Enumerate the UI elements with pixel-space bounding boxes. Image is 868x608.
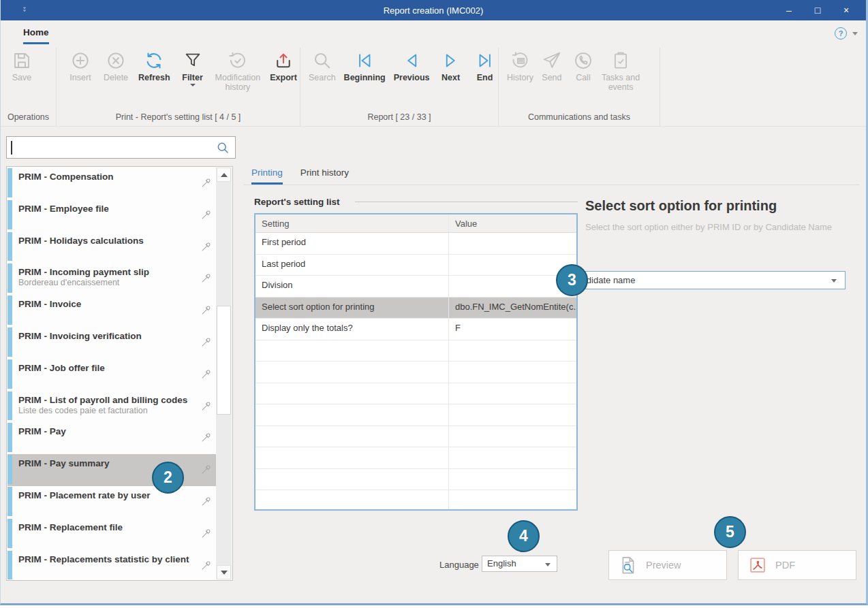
sort-panel-subtitle: Select the sort option either by PRIM ID… — [585, 222, 832, 232]
report-list-item[interactable]: PRIM - Replacements statistic by client — [7, 550, 216, 579]
setting-row[interactable] — [255, 469, 576, 491]
setting-row[interactable] — [255, 404, 576, 426]
setting-row[interactable] — [255, 426, 576, 448]
ribbon-group-label: Operations — [1, 112, 56, 122]
ribbon-button-label: End — [477, 73, 493, 82]
tab-home[interactable]: Home — [23, 27, 49, 44]
call-button[interactable]: Call — [570, 50, 596, 82]
value-cell — [448, 469, 576, 490]
main-tabs: PrintingPrint history — [251, 167, 349, 185]
ribbon-button-label: Delete — [104, 73, 128, 82]
report-item-title: PRIM - Employee file — [18, 204, 198, 214]
pin-icon — [200, 560, 212, 571]
preview-button[interactable]: Preview — [608, 550, 727, 580]
value-cell — [448, 383, 576, 404]
setting-row[interactable] — [255, 490, 576, 511]
ribbon-button-label: Export — [270, 73, 297, 82]
ribbon-button-label: Send — [542, 73, 561, 82]
column-header-value[interactable]: Value — [448, 214, 576, 232]
list-scrollbar[interactable] — [216, 167, 232, 579]
value-cell — [448, 426, 576, 447]
language-label: Language — [439, 560, 479, 570]
close-button[interactable]: × — [832, 0, 861, 20]
end-icon — [475, 50, 495, 71]
pdf-button[interactable]: PDF — [738, 550, 856, 580]
report-list-item[interactable]: PRIM - Incoming payment slipBordereau d'… — [7, 263, 216, 295]
scroll-up-icon[interactable] — [217, 167, 231, 182]
report-list-item[interactable]: PRIM - Holidays calculations — [7, 231, 216, 263]
sort-panel-title: Select sort option for printing — [585, 198, 777, 214]
minimize-button[interactable]: – — [775, 0, 803, 20]
chevron-down-icon[interactable] — [190, 84, 196, 86]
maximize-button[interactable]: □ — [803, 0, 832, 20]
report-list: PRIM - CompensationPRIM - Employee fileP… — [6, 166, 233, 581]
setting-row[interactable]: Display only the totals?F — [255, 319, 576, 340]
sort-option-dropdown[interactable]: Candidate name — [565, 271, 846, 289]
report-list-item[interactable]: PRIM - Job offer file — [7, 359, 216, 391]
report-list-item[interactable]: PRIM - Replacement file — [7, 518, 216, 550]
save-button[interactable]: Save — [9, 50, 35, 82]
setting-cell: Last period — [255, 255, 448, 276]
export-button[interactable]: Export — [270, 50, 297, 82]
tasks-and-events-button[interactable]: Tasks and events — [602, 50, 640, 92]
report-list-item[interactable]: PRIM - Invoicing verification — [7, 327, 216, 359]
setting-row[interactable]: Last period — [255, 255, 576, 276]
value-cell — [448, 233, 576, 254]
report-list-item[interactable]: PRIM - Pay summary — [7, 454, 216, 486]
filter-button[interactable]: Filter — [180, 50, 206, 86]
search-button[interactable]: Search — [309, 50, 336, 82]
pin-icon — [200, 241, 212, 253]
scroll-down-icon[interactable] — [217, 565, 231, 579]
annotation-badge-5: 5 — [714, 516, 746, 548]
setting-row[interactable]: First period — [255, 233, 576, 255]
report-list-item[interactable]: PRIM - Employee file — [7, 199, 216, 231]
ribbon-collapse-chevron-icon[interactable] — [852, 32, 858, 35]
filter-icon — [183, 50, 203, 71]
scrollbar-thumb[interactable] — [217, 306, 231, 415]
setting-cell — [255, 469, 448, 490]
tab-printing[interactable]: Printing — [251, 167, 283, 185]
history-button[interactable]: History — [507, 50, 533, 82]
delete-button[interactable]: Delete — [103, 50, 129, 82]
send-button[interactable]: Send — [539, 50, 565, 82]
insert-button[interactable]: Insert — [67, 50, 93, 82]
ribbon-button-label: History — [507, 73, 533, 82]
title-bar: Report creation (IMC002) –□× — [1, 0, 866, 20]
pdf-icon — [748, 556, 767, 575]
end-button[interactable]: End — [472, 50, 498, 82]
beginning-button[interactable]: Beginning — [344, 50, 386, 82]
report-list-item[interactable]: PRIM - Pay — [7, 422, 216, 454]
report-search-box[interactable] — [6, 136, 236, 159]
next-button[interactable]: Next — [438, 50, 464, 82]
help-icon[interactable]: ? — [835, 27, 847, 39]
ribbon-button-label: Beginning — [344, 73, 386, 82]
report-item-title: PRIM - Invoicing verification — [18, 331, 198, 341]
report-list-item[interactable]: PRIM - Placement rate by user — [7, 486, 216, 518]
refresh-button[interactable]: Refresh — [138, 50, 170, 82]
setting-row[interactable] — [255, 383, 576, 405]
report-item-subtitle: Liste des codes paie et facturation — [18, 406, 198, 415]
value-cell — [448, 362, 576, 383]
modification-history-button[interactable]: Modification history — [215, 50, 261, 92]
setting-row[interactable]: Select sort option for printingdbo.FN_IM… — [255, 298, 576, 319]
modification-history-icon — [228, 50, 248, 71]
report-list-item[interactable]: PRIM - Invoice — [7, 295, 216, 327]
tab-print-history[interactable]: Print history — [300, 167, 349, 185]
setting-row[interactable] — [255, 340, 576, 362]
action-button-label: Preview — [646, 560, 681, 571]
report-list-item[interactable]: PRIM - List of payroll and billing codes… — [7, 391, 216, 423]
next-icon — [441, 50, 461, 71]
setting-row[interactable] — [255, 447, 576, 469]
delete-icon — [106, 50, 126, 71]
groupbox-line — [355, 202, 578, 202]
setting-row[interactable] — [255, 362, 576, 383]
search-magnifier-icon[interactable] — [216, 141, 230, 155]
previous-button[interactable]: Previous — [394, 50, 430, 82]
column-header-setting[interactable]: Setting — [255, 214, 448, 232]
setting-cell — [255, 404, 448, 426]
language-dropdown[interactable]: English — [482, 556, 557, 572]
report-list-item[interactable]: PRIM - Compensation — [7, 167, 216, 199]
setting-row[interactable]: Division — [255, 276, 576, 298]
call-icon — [573, 50, 593, 71]
report-item-title: PRIM - List of payroll and billing codes — [18, 395, 198, 405]
